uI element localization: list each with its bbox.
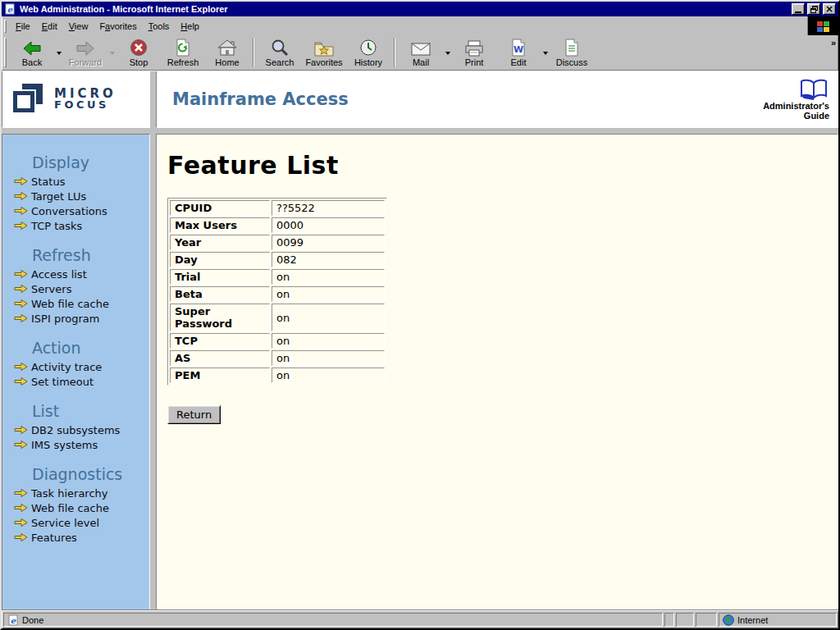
- minimize-icon: [795, 11, 801, 13]
- feature-label: Day: [170, 252, 270, 267]
- sidebar-item-web-file-cache-diag[interactable]: Web file cache: [2, 500, 149, 515]
- sidebar-item-servers[interactable]: Servers: [2, 281, 149, 296]
- nav-heading-diagnostics: Diagnostics: [2, 465, 149, 483]
- history-icon: [359, 39, 377, 57]
- sidebar-item-db2-subsystems[interactable]: DB2 subsystems: [2, 422, 149, 437]
- forward-button[interactable]: Forward: [63, 36, 107, 69]
- stop-icon: [130, 39, 148, 57]
- arrow-icon: [14, 285, 28, 293]
- sidebar-item-ims-systems[interactable]: IMS systems: [2, 437, 149, 452]
- security-zone-text: Internet: [737, 615, 768, 625]
- back-dropdown[interactable]: [54, 36, 63, 69]
- logo-frame: MICROFOCUS: [2, 71, 150, 128]
- nav-heading-display: Display: [2, 153, 149, 171]
- nav-heading-list: List: [2, 402, 149, 420]
- frame-divider-vertical[interactable]: [150, 71, 156, 610]
- stop-label: Stop: [130, 57, 148, 67]
- minimize-button[interactable]: [792, 3, 805, 15]
- feature-value: on: [272, 350, 385, 366]
- nav-heading-refresh: Refresh: [2, 246, 149, 264]
- feature-label: Year: [170, 235, 270, 250]
- menu-help[interactable]: Help: [175, 19, 205, 34]
- status-pane-empty: [696, 613, 717, 627]
- sidebar-item-web-file-cache[interactable]: Web file cache: [2, 296, 149, 311]
- menu-file[interactable]: File: [10, 19, 36, 34]
- stop-button[interactable]: Stop: [116, 36, 161, 69]
- back-button[interactable]: Back: [10, 36, 54, 69]
- refresh-button[interactable]: Refresh: [161, 36, 205, 69]
- table-row: Trialon: [170, 269, 385, 285]
- restore-button[interactable]: [807, 3, 820, 15]
- forward-dropdown[interactable]: [107, 36, 116, 69]
- sidebar-item-conversations[interactable]: Conversations: [2, 203, 149, 218]
- sidebar-item-status[interactable]: Status: [2, 174, 149, 189]
- nav-section-list: List DB2 subsystems IMS systems: [2, 402, 149, 452]
- page-frameset: MICROFOCUS Mainframe Access Administrato…: [2, 71, 838, 610]
- ie-page-icon: e: [4, 3, 16, 15]
- print-button[interactable]: Print: [452, 36, 496, 69]
- forward-label: Forward: [69, 57, 102, 67]
- sidebar-item-features[interactable]: Features: [2, 530, 149, 545]
- toolbar-grip[interactable]: [4, 38, 7, 67]
- discuss-label: Discuss: [556, 57, 588, 67]
- feature-value: 0099: [272, 235, 385, 250]
- menu-edit[interactable]: Edit: [36, 19, 63, 34]
- mail-dropdown[interactable]: [443, 36, 452, 69]
- sidebar-item-target-lus[interactable]: Target LUs: [2, 189, 149, 203]
- arrow-icon: [14, 207, 28, 215]
- arrow-icon: [14, 314, 28, 322]
- sidebar-item-access-list[interactable]: Access list: [2, 267, 149, 281]
- arrow-icon: [14, 270, 28, 278]
- feature-value: on: [272, 368, 385, 383]
- sidebar-item-activity-trace[interactable]: Activity trace: [2, 359, 149, 374]
- menu-favorites[interactable]: Favorites: [94, 19, 142, 34]
- table-row: Day082: [170, 252, 385, 267]
- restore-icon: [810, 6, 818, 13]
- book-icon: [798, 78, 829, 101]
- svg-text:W: W: [514, 44, 523, 55]
- favorites-icon: [314, 40, 334, 57]
- sidebar-item-set-timeout[interactable]: Set timeout: [2, 374, 149, 389]
- mail-icon: [411, 42, 431, 57]
- banner-frame: Mainframe Access Administrator's Guide: [156, 71, 838, 128]
- favorites-button[interactable]: Favorites: [302, 36, 346, 69]
- edit-button[interactable]: W Edit: [496, 36, 541, 69]
- table-row: CPUID??5522: [170, 200, 385, 216]
- frame-divider-horizontal[interactable]: [156, 128, 838, 134]
- feature-label: Trial: [170, 269, 270, 285]
- feature-value: 0000: [272, 217, 385, 233]
- administrators-guide-link[interactable]: Administrator's Guide: [763, 78, 829, 121]
- svg-text:e: e: [11, 616, 16, 625]
- sidebar-nav: Display Status Target LUs Conversations …: [2, 134, 150, 610]
- menubar-grip[interactable]: [4, 20, 7, 33]
- history-button[interactable]: History: [346, 36, 390, 69]
- arrow-icon: [14, 377, 28, 386]
- edit-label: Edit: [511, 57, 527, 67]
- sidebar-item-service-level[interactable]: Service level: [2, 515, 149, 530]
- home-button[interactable]: Home: [205, 36, 249, 69]
- arrow-icon: [14, 177, 28, 185]
- mail-button[interactable]: Mail: [399, 36, 443, 69]
- discuss-button[interactable]: Discuss: [550, 36, 594, 69]
- menu-view[interactable]: View: [63, 19, 94, 34]
- guide-label-line1: Administrator's: [763, 101, 829, 111]
- main-content-frame: Feature List CPUID??5522 Max Users0000 Y…: [156, 134, 838, 610]
- arrow-icon: [14, 441, 28, 449]
- guide-label-line2: Guide: [804, 111, 829, 121]
- feature-label: CPUID: [170, 200, 270, 216]
- menu-bar: File Edit View Favorites Tools Help: [2, 16, 838, 35]
- status-pane-empty: [664, 613, 674, 627]
- toolbar-overflow-chevron[interactable]: »: [831, 38, 835, 48]
- sidebar-item-tcp-tasks[interactable]: TCP tasks: [2, 218, 149, 233]
- frame-divider-horizontal[interactable]: [2, 128, 150, 134]
- edit-dropdown[interactable]: [541, 36, 550, 69]
- table-row: TCPon: [170, 333, 385, 349]
- close-button[interactable]: ×: [823, 3, 836, 15]
- arrow-icon: [14, 504, 28, 512]
- return-button[interactable]: Return: [167, 405, 221, 424]
- menu-tools[interactable]: Tools: [143, 19, 176, 34]
- title-bar[interactable]: e Web Administration - Microsoft Interne…: [2, 2, 838, 16]
- search-button[interactable]: Search: [258, 36, 302, 69]
- sidebar-item-ispi-program[interactable]: ISPI program: [2, 311, 149, 326]
- sidebar-item-task-hierarchy[interactable]: Task hierarchy: [2, 486, 149, 500]
